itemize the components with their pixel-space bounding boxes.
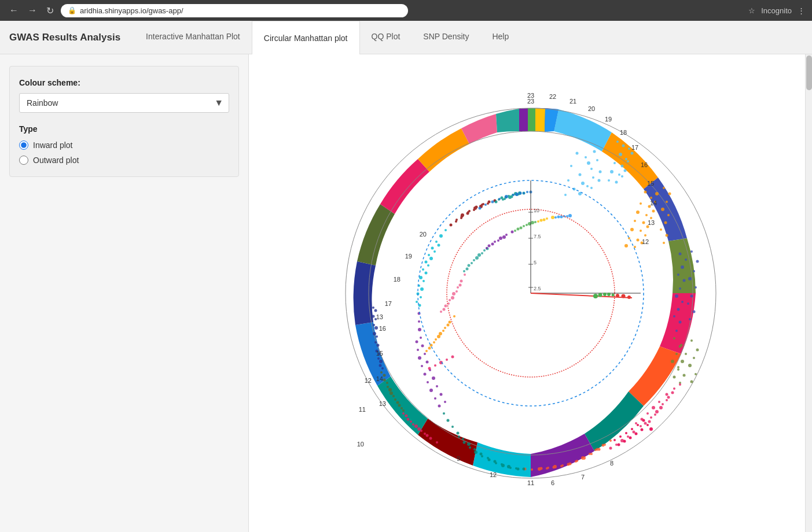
inward-plot-radio[interactable] bbox=[19, 141, 28, 150]
svg-point-419 bbox=[617, 444, 620, 446]
scrollbar-thumb[interactable] bbox=[806, 56, 812, 90]
svg-point-99 bbox=[675, 353, 678, 355]
tab-circular[interactable]: Circular Manhattan plot bbox=[252, 21, 360, 54]
tab-interactive[interactable]: Interactive Manhattan Plot bbox=[134, 21, 252, 54]
svg-point-347 bbox=[487, 245, 490, 247]
user-menu[interactable]: Incognito bbox=[761, 6, 792, 15]
svg-point-304 bbox=[417, 427, 421, 431]
svg-point-332 bbox=[449, 299, 451, 301]
svg-point-25 bbox=[613, 162, 616, 164]
chr18-label-left: 18 bbox=[393, 276, 400, 283]
main-layout: Colour scheme: Rainbow Blues Reds Greens… bbox=[0, 54, 812, 532]
svg-point-117 bbox=[666, 399, 668, 401]
svg-point-363 bbox=[531, 221, 534, 224]
svg-point-237 bbox=[473, 209, 475, 211]
svg-point-24 bbox=[630, 152, 633, 155]
svg-point-67 bbox=[677, 274, 679, 276]
scrollbar[interactable] bbox=[805, 54, 812, 532]
svg-point-209 bbox=[429, 257, 433, 260]
svg-point-3 bbox=[593, 150, 596, 153]
svg-point-365 bbox=[546, 217, 548, 220]
url-text: aridhia.shinyapps.io/gwas-app/ bbox=[80, 6, 183, 15]
svg-point-348 bbox=[494, 241, 496, 243]
svg-point-151 bbox=[546, 467, 548, 470]
chr15-label-left: 15 bbox=[376, 350, 383, 357]
svg-point-404 bbox=[616, 294, 619, 297]
svg-point-121 bbox=[640, 425, 642, 427]
svg-point-119 bbox=[654, 413, 656, 416]
svg-point-236 bbox=[466, 212, 469, 215]
chr-bottom2: 12 bbox=[489, 471, 496, 478]
svg-point-91 bbox=[690, 339, 693, 342]
chr12-label-left: 12 bbox=[364, 377, 371, 384]
svg-point-335 bbox=[460, 280, 462, 283]
svg-point-360 bbox=[514, 230, 516, 232]
svg-point-148 bbox=[567, 463, 569, 466]
address-bar[interactable]: 🔒 aridhia.shinyapps.io/gwas-app/ bbox=[61, 4, 408, 17]
svg-point-403 bbox=[611, 294, 614, 297]
svg-point-11 bbox=[581, 182, 585, 185]
chr6-bottom: 6 bbox=[550, 479, 554, 486]
svg-point-353 bbox=[491, 243, 494, 246]
svg-point-222 bbox=[444, 229, 447, 231]
svg-point-100 bbox=[671, 360, 674, 363]
svg-point-188 bbox=[418, 356, 421, 360]
svg-point-257 bbox=[523, 192, 525, 194]
svg-point-46 bbox=[630, 228, 634, 231]
svg-point-400 bbox=[598, 293, 602, 297]
svg-point-92 bbox=[696, 349, 699, 352]
svg-point-284 bbox=[386, 382, 388, 384]
svg-point-101 bbox=[677, 368, 679, 371]
menu-icon[interactable]: ⋮ bbox=[798, 6, 805, 15]
svg-point-80 bbox=[695, 286, 697, 289]
svg-point-251 bbox=[494, 201, 497, 204]
svg-point-372 bbox=[554, 216, 557, 219]
svg-point-1 bbox=[575, 152, 578, 155]
svg-point-16 bbox=[564, 194, 567, 196]
svg-point-327 bbox=[451, 296, 454, 300]
svg-point-337 bbox=[465, 268, 468, 271]
svg-point-108 bbox=[635, 422, 637, 424]
svg-point-110 bbox=[667, 396, 670, 399]
svg-point-199 bbox=[420, 337, 422, 339]
svg-point-66 bbox=[681, 265, 684, 269]
svg-point-271 bbox=[376, 344, 379, 347]
outward-plot-radio[interactable] bbox=[19, 156, 28, 165]
tab-snp[interactable]: SNP Density bbox=[411, 21, 480, 54]
svg-point-193 bbox=[436, 385, 438, 387]
svg-point-295 bbox=[402, 409, 405, 412]
svg-point-298 bbox=[414, 424, 418, 428]
svg-point-301 bbox=[402, 412, 405, 415]
svg-point-406 bbox=[627, 295, 631, 299]
svg-point-42 bbox=[652, 210, 655, 213]
app-header: GWAS Results Analysis Interactive Manhat… bbox=[0, 21, 812, 54]
svg-text:22: 22 bbox=[549, 93, 556, 100]
svg-point-321 bbox=[439, 332, 442, 335]
svg-point-146 bbox=[581, 456, 585, 460]
svg-point-320 bbox=[435, 338, 437, 341]
svg-text:17: 17 bbox=[631, 144, 638, 151]
svg-point-166 bbox=[462, 441, 465, 444]
svg-point-399 bbox=[593, 294, 598, 298]
axis-label-5: 5 bbox=[534, 260, 537, 265]
outward-plot-option[interactable]: Outward plot bbox=[19, 156, 229, 165]
svg-point-103 bbox=[665, 393, 668, 396]
colour-scheme-select[interactable]: Rainbow Blues Reds Greens Viridis bbox=[19, 93, 229, 113]
inward-plot-option[interactable]: Inward plot bbox=[19, 141, 229, 150]
circular-manhattan-plot[interactable]: 2.5 5 7.5 10 23 23 22 21 20 23 22 bbox=[328, 91, 733, 496]
svg-point-184 bbox=[429, 389, 433, 392]
reload-button[interactable]: ↻ bbox=[44, 3, 56, 19]
tab-qq[interactable]: QQ Plot bbox=[360, 21, 412, 54]
svg-point-216 bbox=[422, 268, 424, 271]
app-title: GWAS Results Analysis bbox=[9, 32, 120, 43]
svg-point-349 bbox=[499, 237, 502, 240]
svg-point-77 bbox=[696, 260, 699, 263]
svg-point-354 bbox=[497, 239, 499, 242]
back-button[interactable]: ← bbox=[7, 3, 21, 18]
forward-button[interactable]: → bbox=[25, 3, 39, 18]
sidebar: Colour scheme: Rainbow Blues Reds Greens… bbox=[0, 54, 249, 532]
chr20-segment bbox=[528, 108, 535, 131]
star-icon[interactable]: ☆ bbox=[748, 6, 755, 15]
svg-point-20 bbox=[622, 145, 624, 147]
tab-help[interactable]: Help bbox=[480, 21, 520, 54]
